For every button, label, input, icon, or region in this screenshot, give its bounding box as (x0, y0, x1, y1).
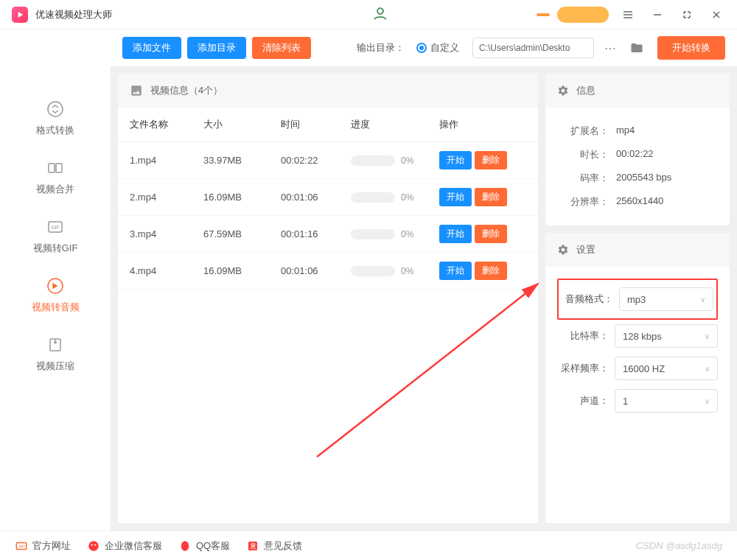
file-progress: 0% (351, 266, 439, 276)
footer-wechat-link[interactable]: 企业微信客服 (87, 539, 162, 553)
sidebar-item-label: 视频转GIF (33, 242, 78, 255)
chevron-down-icon: ∨ (705, 332, 710, 340)
svg-rect-7 (49, 164, 55, 172)
qq-icon (178, 539, 192, 553)
output-path-input[interactable] (472, 38, 594, 58)
info-bitrate-label: 码率： (557, 172, 609, 185)
vip-badge[interactable] (557, 7, 609, 23)
sidebar: 格式转换 视频合并 GIF 视频转GIF 视频转音频 视频压缩 (0, 66, 111, 531)
sidebar-item-video-audio[interactable]: 视频转音频 (0, 265, 111, 324)
output-custom-radio[interactable]: 自定义 (416, 41, 459, 55)
gif-icon: GIF (45, 217, 66, 237)
info-box: 信息 扩展名：mp4 时长：00:02:22 码率：2005543 bps 分辨… (545, 74, 730, 225)
file-size: 67.59MB (203, 228, 281, 239)
audio-format-label: 音频格式： (562, 293, 613, 306)
sidebar-item-video-gif[interactable]: GIF 视频转GIF (0, 206, 111, 265)
start-button[interactable]: 开始 (439, 151, 472, 169)
start-button[interactable]: 开始 (439, 262, 472, 280)
file-size: 33.97MB (203, 155, 281, 166)
more-icon[interactable]: ⋯ (600, 38, 621, 58)
table-row: 4.mp4 16.09MB 00:01:06 0% 开始 删除 (118, 253, 538, 290)
table-row: 1.mp4 33.97MB 00:02:22 0% 开始 删除 (118, 142, 538, 179)
svg-point-16 (91, 544, 93, 545)
table-header: 文件名称 大小 时间 进度 操作 (118, 108, 538, 142)
footer: .com 官方网址 企业微信客服 QQ客服 意 意见反馈 CSDN @asdg1… (0, 531, 737, 560)
info-ext-label: 扩展名： (557, 125, 609, 138)
col-action-header: 操作 (439, 118, 526, 131)
delete-button[interactable]: 删除 (475, 188, 507, 206)
col-name-header: 文件名称 (130, 118, 203, 131)
footer-official-link[interactable]: .com 官方网址 (15, 539, 71, 553)
samplerate-select[interactable]: 16000 HZ ∨ (615, 357, 718, 380)
image-icon (130, 84, 143, 97)
file-panel-header: 视频信息（4个） (118, 74, 538, 108)
badge-line (537, 13, 550, 16)
footer-feedback-link[interactable]: 意 意见反馈 (246, 539, 302, 553)
file-list-panel: 视频信息（4个） 文件名称 大小 时间 进度 操作 1.mp4 33.97MB … (118, 74, 538, 523)
channel-select[interactable]: 1 ∨ (615, 389, 718, 413)
info-header: 信息 (545, 74, 730, 108)
sidebar-item-label: 视频压缩 (36, 360, 74, 373)
table-row: 2.mp4 16.09MB 00:01:06 0% 开始 删除 (118, 179, 538, 216)
profile-icon[interactable] (371, 6, 389, 24)
folder-icon[interactable] (626, 38, 647, 58)
info-resolution-value: 2560x1440 (616, 195, 663, 209)
svg-point-17 (94, 544, 96, 545)
svg-text:意: 意 (249, 542, 256, 550)
audio-icon (45, 276, 66, 296)
chevron-down-icon: ∨ (705, 365, 710, 373)
chevron-down-icon: ∨ (700, 295, 705, 304)
svg-text:.com: .com (18, 545, 25, 548)
file-name: 1.mp4 (130, 155, 203, 166)
bitrate-label: 比特率： (557, 329, 609, 343)
add-dir-button[interactable]: 添加目录 (187, 37, 246, 59)
file-time: 00:01:16 (281, 228, 351, 239)
feedback-icon: 意 (246, 539, 259, 553)
svg-point-18 (181, 541, 189, 551)
start-button[interactable]: 开始 (439, 188, 472, 206)
svg-point-6 (48, 102, 63, 116)
audio-format-highlight: 音频格式： mp3 ∨ (557, 279, 718, 320)
sidebar-item-label: 视频转音频 (32, 301, 80, 314)
globe-icon: .com (15, 539, 28, 553)
gear-icon (557, 85, 569, 97)
start-button[interactable]: 开始 (439, 225, 472, 243)
table-row: 3.mp4 67.59MB 00:01:16 0% 开始 删除 (118, 216, 538, 253)
info-ext-value: mp4 (616, 125, 635, 138)
sidebar-item-format-convert[interactable]: 格式转换 (0, 88, 111, 147)
delete-button[interactable]: 删除 (475, 225, 507, 243)
file-progress: 0% (351, 155, 439, 166)
col-time-header: 时间 (281, 118, 351, 131)
samplerate-label: 采样频率： (557, 362, 609, 375)
bitrate-select[interactable]: 128 kbps ∨ (615, 324, 718, 348)
minimize-icon[interactable] (649, 6, 666, 24)
file-time: 00:01:06 (281, 192, 351, 203)
maximize-icon[interactable] (678, 6, 696, 24)
add-file-button[interactable]: 添加文件 (122, 37, 181, 59)
audio-format-select[interactable]: mp3 ∨ (619, 287, 713, 311)
file-size: 16.09MB (203, 265, 281, 276)
chevron-down-icon: ∨ (705, 397, 710, 405)
start-convert-button[interactable]: 开始转换 (657, 36, 725, 60)
footer-qq-link[interactable]: QQ客服 (178, 539, 230, 553)
sidebar-item-video-merge[interactable]: 视频合并 (0, 147, 111, 206)
close-icon[interactable] (708, 6, 725, 24)
menu-icon[interactable] (619, 6, 637, 24)
file-progress: 0% (351, 192, 439, 203)
sidebar-item-label: 格式转换 (36, 124, 74, 137)
file-time: 00:02:22 (281, 155, 351, 166)
merge-icon (45, 158, 66, 178)
svg-point-15 (88, 541, 99, 551)
delete-button[interactable]: 删除 (475, 151, 507, 169)
watermark: CSDN @asdg1asdg (636, 540, 722, 551)
delete-button[interactable]: 删除 (475, 262, 507, 280)
info-bitrate-value: 2005543 bps (616, 172, 671, 185)
wechat-icon (87, 539, 100, 553)
channel-label: 声道： (557, 394, 609, 407)
compress-icon (45, 335, 66, 355)
app-title: 优速视频处理大师 (35, 8, 112, 21)
info-resolution-label: 分辨率： (557, 195, 609, 209)
col-progress-header: 进度 (351, 118, 439, 131)
clear-list-button[interactable]: 清除列表 (252, 37, 311, 59)
sidebar-item-video-compress[interactable]: 视频压缩 (0, 324, 111, 383)
